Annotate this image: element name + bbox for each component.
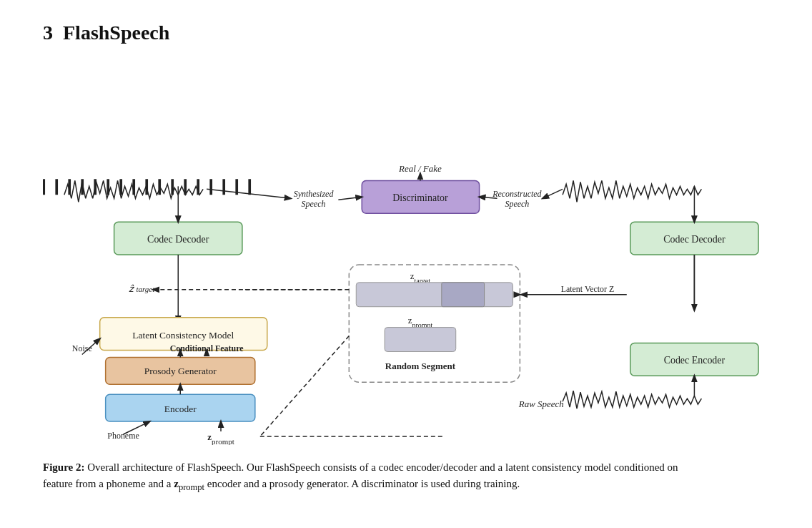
z-hat-target-sub: target	[136, 285, 155, 293]
diagram: ❙❙❙❙❙❙❙❙❙❙❙❙❙❙❙❙❙❙❙❙❙❙ Codec Decoder ẑ t…	[43, 66, 769, 445]
figure-caption: Figure 2: Overall architecture of FlashS…	[43, 459, 686, 494]
arrow-wave-right-to-recon	[543, 189, 563, 198]
codec-decoder-left-label: Codec Decoder	[147, 234, 209, 245]
svg-text:❙❙❙❙❙❙❙❙❙❙❙❙❙❙❙❙❙❙❙❙❙❙: ❙❙❙❙❙❙❙❙❙❙❙❙❙❙❙❙❙❙❙❙❙❙	[43, 177, 256, 195]
zprompt-bar	[385, 328, 456, 352]
waveform-left-top: ❙❙❙❙❙❙❙❙❙❙❙❙❙❙❙❙❙❙❙❙❙❙	[43, 177, 256, 202]
recon-speech-label2: Speech	[505, 199, 529, 209]
z-hat-target-label: ẑ	[129, 283, 134, 294]
raw-speech-label: Raw Speech	[518, 399, 564, 409]
ztarget-bar	[356, 283, 513, 307]
ztarget-highlight	[442, 283, 485, 307]
recon-speech-label: Reconstructed	[492, 189, 541, 199]
codec-decoder-right-label: Codec Decoder	[663, 234, 726, 245]
synth-speech-label: Synthesized	[294, 189, 334, 199]
synth-speech-label2: Speech	[302, 199, 326, 209]
zprompt-label-inside: zprompt	[408, 315, 433, 329]
waveform-right-top	[563, 180, 701, 202]
figure-label: Figure 2:	[43, 461, 84, 473]
phoneme-label: Phoneme	[107, 431, 139, 441]
waveform-raw-speech	[563, 391, 701, 409]
arrow-synth-to-disc	[338, 197, 362, 200]
random-segment-label: Random Segment	[385, 361, 456, 371]
lcm-label: Latent Consistency Model	[132, 330, 234, 341]
codec-encoder-label: Codec Encoder	[664, 355, 726, 366]
caption-sub: prompt	[179, 482, 204, 492]
prosody-gen-label: Prosody Generator	[144, 366, 217, 376]
discriminator-label: Discriminator	[392, 192, 448, 203]
dashed-zprompt-to-bottom	[260, 336, 350, 436]
latent-vector-z-label: Latent Vector Z	[561, 284, 615, 294]
section-title: 3 FlashSpeech	[43, 21, 769, 44]
encoder-label: Encoder	[164, 404, 197, 414]
caption-text2: encoder and a prosody generator. A discr…	[204, 478, 520, 489]
zprompt-label-bottom: zprompt	[207, 431, 234, 445]
caption-bold: z	[174, 478, 179, 489]
real-fake-label: Real / Fake	[398, 163, 442, 174]
